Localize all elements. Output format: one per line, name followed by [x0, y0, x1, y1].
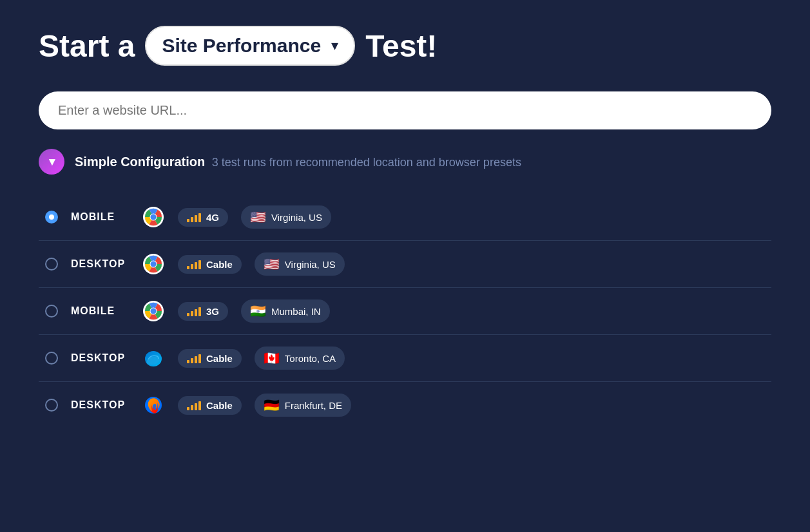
row-radio-2[interactable]	[45, 305, 58, 318]
flag-4: 🇩🇪	[264, 397, 280, 413]
network-label-0: 4G	[206, 212, 219, 223]
network-badge-4: Cable	[178, 396, 242, 415]
network-label-2: 3G	[206, 306, 219, 317]
browser-icon-2	[142, 299, 165, 323]
flag-0: 🇺🇸	[250, 209, 266, 225]
svg-point-3	[151, 214, 157, 220]
network-badge-0: 4G	[178, 208, 228, 227]
network-label-1: Cable	[206, 259, 233, 270]
device-label-3: DESKTOP	[71, 352, 129, 364]
signal-bars-icon	[187, 212, 201, 222]
config-header: ▾ Simple Configuration 3 test runs from …	[39, 149, 771, 175]
location-label-0: Virginia, US	[271, 212, 322, 223]
chevron-down-icon: ▾	[49, 155, 55, 169]
dropdown-label: Site Performance	[162, 35, 321, 57]
config-toggle-button[interactable]: ▾	[39, 149, 64, 175]
signal-bars-icon	[187, 259, 201, 269]
url-input[interactable]	[58, 103, 752, 118]
start-label: Start a	[39, 28, 135, 64]
test-rows-container: MOBILE	[39, 194, 771, 428]
network-badge-2: 3G	[178, 302, 228, 321]
row-radio-3[interactable]	[45, 352, 58, 365]
signal-bars-icon	[187, 400, 201, 410]
config-title: Simple Configuration	[75, 155, 205, 169]
network-label-4: Cable	[206, 400, 233, 411]
flag-1: 🇺🇸	[264, 256, 280, 272]
browser-icon-0	[142, 205, 165, 229]
test-row: DESKTOP	[39, 382, 771, 428]
flag-3: 🇨🇦	[264, 350, 280, 366]
location-label-1: Virginia, US	[285, 259, 336, 270]
location-badge-3: 🇨🇦 Toronto, CA	[255, 347, 345, 370]
location-label-3: Toronto, CA	[285, 353, 336, 364]
signal-bars-icon	[187, 353, 201, 363]
location-label-4: Frankfurt, DE	[285, 400, 342, 411]
network-label-3: Cable	[206, 353, 233, 364]
url-input-wrapper[interactable]	[39, 91, 771, 129]
test-row: MOBILE	[39, 288, 771, 335]
flag-2: 🇮🇳	[250, 303, 266, 319]
signal-bars-icon	[187, 306, 201, 316]
end-label: Test!	[365, 28, 437, 64]
device-label-0: MOBILE	[71, 211, 129, 223]
device-label-4: DESKTOP	[71, 399, 129, 411]
location-badge-1: 🇺🇸 Virginia, US	[255, 252, 345, 276]
location-badge-2: 🇮🇳 Mumbai, IN	[241, 299, 330, 323]
test-row: DESKTOP	[39, 335, 771, 382]
location-badge-0: 🇺🇸 Virginia, US	[241, 205, 331, 229]
network-badge-3: Cable	[178, 349, 242, 368]
network-badge-1: Cable	[178, 255, 242, 274]
device-label-2: MOBILE	[71, 305, 129, 317]
page-header: Start a Site Performance ▾ Test!	[39, 26, 771, 66]
test-type-dropdown[interactable]: Site Performance ▾	[145, 26, 355, 66]
row-radio-0[interactable]	[45, 211, 58, 223]
chevron-down-icon: ▾	[331, 37, 338, 54]
svg-point-11	[151, 309, 157, 314]
row-radio-4[interactable]	[45, 399, 58, 412]
main-container: Start a Site Performance ▾ Test! ▾ Simpl…	[39, 26, 771, 428]
location-badge-4: 🇩🇪 Frankfurt, DE	[255, 394, 351, 417]
test-row: DESKTOP	[39, 241, 771, 288]
location-label-2: Mumbai, IN	[271, 306, 321, 317]
browser-icon-3	[142, 347, 165, 370]
browser-icon-4	[142, 394, 165, 417]
config-subtitle: 3 test runs from recommended location an…	[212, 156, 521, 169]
device-label-1: DESKTOP	[71, 258, 129, 270]
test-row: MOBILE	[39, 194, 771, 241]
svg-point-7	[151, 261, 157, 267]
row-radio-1[interactable]	[45, 258, 58, 271]
config-text: Simple Configuration 3 test runs from re…	[75, 155, 521, 169]
browser-icon-1	[142, 252, 165, 276]
